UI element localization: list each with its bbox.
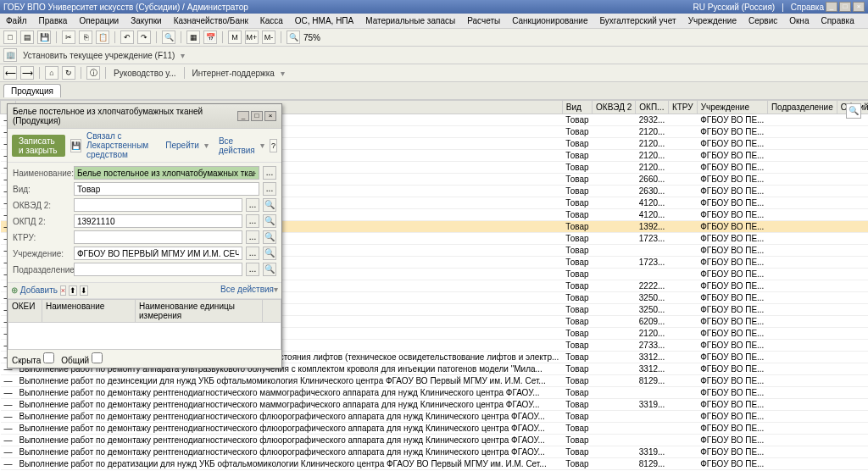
save-and-close-button[interactable]: Записать и закрыть — [12, 135, 65, 157]
vid-input[interactable] — [74, 182, 259, 196]
down-icon[interactable]: ⬇ — [80, 285, 88, 296]
zoom-out-icon[interactable]: 🔍 — [287, 30, 300, 44]
ktru-input[interactable] — [74, 230, 242, 244]
table-row[interactable]: —Выполнение работ по дезинсекции для нуж… — [1, 375, 869, 387]
col-header[interactable]: ОКВЭД 2 — [593, 101, 636, 114]
menu-учреждение[interactable]: Учреждение — [686, 15, 739, 26]
col-header[interactable]: Наименование — [42, 300, 136, 322]
goto-link[interactable]: Перейти — [165, 141, 199, 150]
col-header[interactable]: ОКЕИ — [8, 300, 42, 322]
menu-окна[interactable]: Окна — [787, 15, 811, 26]
menu-ос, нма, нпа[interactable]: ОС, НМА, НПА — [292, 15, 356, 26]
lookup-icon[interactable]: 🔍 — [263, 198, 276, 212]
lookup-icon[interactable]: 🔍 — [263, 263, 276, 276]
up-icon[interactable]: ⬆ — [69, 285, 77, 296]
select-icon[interactable]: ... — [246, 247, 259, 260]
add-button[interactable]: Добавить — [20, 285, 58, 295]
col-header[interactable]: Вид — [562, 101, 592, 114]
name-input[interactable] — [74, 166, 259, 180]
lookup-icon[interactable]: 🔍 — [263, 214, 276, 228]
col-header[interactable]: Учреждение — [697, 101, 767, 114]
col-header[interactable]: КТРУ — [668, 101, 697, 114]
copy-icon[interactable]: ⎘ — [79, 30, 92, 44]
save-icon[interactable]: 💾 — [37, 30, 51, 44]
lang-indicator[interactable]: RU Русский (Россия) — [693, 3, 776, 12]
forward-icon[interactable]: ⟶ — [20, 66, 34, 80]
tab-products[interactable]: Продукция — [3, 84, 61, 97]
select-icon[interactable]: ... — [246, 230, 259, 244]
select-icon[interactable]: ... — [246, 198, 259, 212]
set-institution-button[interactable]: Установить текущее учреждение (F11) — [20, 50, 177, 61]
help-icon[interactable]: ? — [270, 139, 277, 152]
table-row[interactable]: —Выполнение работ по демонтажу рентгенод… — [1, 435, 869, 446]
general-checkbox[interactable]: Общий — [61, 352, 103, 365]
save-icon[interactable]: 💾 — [70, 139, 81, 152]
expand-icon[interactable]: ... — [263, 166, 276, 180]
calendar-icon[interactable]: 📅 — [203, 30, 217, 44]
menu-закупки[interactable]: Закупки — [128, 15, 164, 26]
delete-icon[interactable]: × — [60, 285, 66, 296]
col-header[interactable]: Наименование единицы измерения — [136, 300, 263, 322]
lookup-icon[interactable]: 🔍 — [263, 230, 276, 244]
table-row[interactable]: —Выполнение работ по демонтажу рентгенод… — [1, 446, 869, 458]
menu-санкционирование[interactable]: Санкционирование — [509, 15, 590, 26]
help-icon[interactable]: ⓘ — [86, 66, 100, 80]
help-link[interactable]: Справка — [791, 3, 824, 12]
dialog-close-button[interactable]: × — [264, 111, 276, 121]
col-header[interactable]: ОКП... — [636, 101, 669, 114]
table-row[interactable]: —Выполнение работ по демонтажу рентгенод… — [1, 411, 869, 423]
paste-icon[interactable]: 📋 — [96, 30, 109, 44]
table-row[interactable]: —Выполнение работ по демонтажу рентгенод… — [1, 387, 869, 399]
dialog-minimize-button[interactable]: _ — [237, 111, 249, 121]
menu-правка[interactable]: Правка — [36, 15, 70, 26]
okpd-input[interactable] — [74, 214, 242, 228]
new-icon[interactable]: □ — [3, 30, 17, 44]
org-icon[interactable]: 🏢 — [3, 48, 17, 62]
hidden-checkbox[interactable]: Скрыта — [12, 352, 54, 365]
select-icon[interactable]: ... — [246, 263, 259, 276]
open-icon[interactable]: ▤ — [20, 30, 34, 44]
units-grid[interactable]: ОКЕИНаименованиеНаименование единицы изм… — [8, 299, 281, 350]
guide-link[interactable]: Руководство у... — [111, 68, 179, 79]
menu-бухгалтерский учет[interactable]: Бухгалтерский учет — [598, 15, 679, 26]
menu-казначейство/банк[interactable]: Казначейство/Банк — [171, 15, 251, 26]
redo-icon[interactable]: ↷ — [137, 30, 151, 44]
undo-icon[interactable]: ↶ — [120, 30, 134, 44]
menu-справка[interactable]: Справка — [818, 15, 856, 26]
select-icon[interactable]: ... — [246, 214, 259, 228]
menu-сервис[interactable]: Сервис — [746, 15, 780, 26]
table-row[interactable]: —Выполнение работ по дератизации для нуж… — [1, 458, 869, 470]
col-header[interactable]: Подразделение — [767, 101, 837, 114]
menu-операции[interactable]: Операции — [76, 15, 121, 26]
okved-input[interactable] — [74, 198, 242, 212]
m-minus-button[interactable]: M- — [262, 30, 275, 44]
refresh-icon[interactable]: ↻ — [62, 66, 75, 80]
menu-материальные запасы[interactable]: Материальные запасы — [363, 15, 458, 26]
cut-icon[interactable]: ✂ — [62, 30, 75, 44]
search-button[interactable]: 🔍 — [846, 103, 861, 119]
all-actions-link[interactable]: Все действия — [220, 285, 274, 294]
add-icon[interactable]: ⊕ — [11, 285, 18, 295]
find-icon[interactable]: 🔍 — [162, 30, 175, 44]
zoom-value[interactable]: 75% — [303, 33, 320, 42]
all-actions-link[interactable]: Все действия — [219, 136, 255, 155]
menu-расчеты[interactable]: Расчеты — [465, 15, 503, 26]
minimize-button[interactable]: _ — [826, 2, 837, 12]
back-icon[interactable]: ⟵ — [3, 66, 17, 80]
table-row[interactable]: —Выполнение работ по демонтажу рентгенод… — [1, 423, 869, 435]
menu-касса[interactable]: Касса — [258, 15, 286, 26]
maximize-button[interactable]: □ — [839, 2, 851, 12]
m-plus-button[interactable]: M+ — [245, 30, 259, 44]
inst-input[interactable] — [74, 247, 242, 260]
link-medication[interactable]: Связал с Лекарственным средством — [86, 131, 160, 159]
dropdown-icon[interactable]: ... — [263, 182, 276, 196]
menu-файл[interactable]: Файл — [3, 15, 30, 26]
m-button[interactable]: M — [228, 30, 242, 44]
support-link[interactable]: Интернет-поддержка — [190, 68, 277, 79]
dept-input[interactable] — [74, 263, 242, 276]
lookup-icon[interactable]: 🔍 — [263, 247, 276, 260]
calc-icon[interactable]: ▦ — [186, 30, 200, 44]
table-row[interactable]: —Выполнение работ по демонтажу рентгенод… — [1, 399, 869, 411]
close-button[interactable]: × — [853, 2, 865, 12]
home-icon[interactable]: ⌂ — [45, 66, 58, 80]
